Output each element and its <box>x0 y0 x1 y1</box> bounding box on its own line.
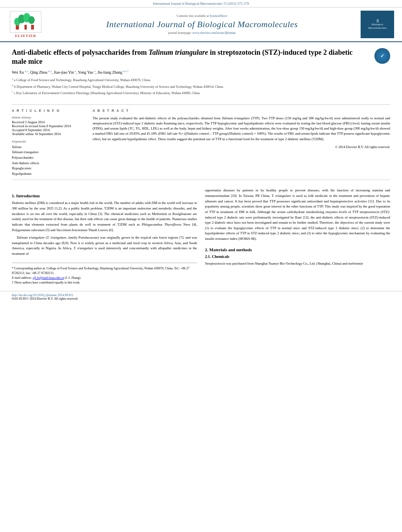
journal-homepage: journal homepage: www.elsevier.com/locat… <box>43 31 361 35</box>
section1-title: 1. Introduction <box>12 193 197 198</box>
journal-homepage-link[interactable]: www.elsevier.com/locate/ijbiomac <box>192 31 236 35</box>
article-info: A R T I C L E I N F O Article history: R… <box>12 109 85 177</box>
section1-para2: Talinum triangulare (T. triangulare, fam… <box>12 235 197 257</box>
section1-right-para1: opportunity diseases by patients or by h… <box>205 188 390 241</box>
authors: Wei Xu a,1, Qing Zhou b,1, Jiao-jiao Yin… <box>12 70 368 74</box>
section2-title: 2. Materials and methods <box>205 247 390 252</box>
svg-rect-6 <box>24 25 27 30</box>
journal-header: ELSEVIER Contents lists available at Sci… <box>0 7 402 42</box>
footnote-email: E-mail address: zjLJz@mail.hzau.edu.cn (… <box>12 276 197 280</box>
section2-para1: Streptozotocin was purchased from Shangh… <box>205 261 390 267</box>
crossmark-logo: ✓ <box>374 48 390 64</box>
article-history-label: Article history: <box>12 116 85 119</box>
keywords-section: Keywords: Talinus Talinum triangulare Po… <box>12 140 85 177</box>
elsevier-logo-image <box>10 11 41 33</box>
affiliations: a a College of Food Science and Technolo… <box>12 77 368 96</box>
content-divider <box>12 180 390 180</box>
copyright: © 2014 Elsevier B.V. All rights reserved… <box>93 145 390 149</box>
article-history: Article history: Received 5 August 2014 … <box>12 116 85 136</box>
svg-point-4 <box>28 16 35 24</box>
footnote-corresponding: * Corresponding author at: College of Fo… <box>12 266 197 276</box>
article-title-section: Anti-diabetic effects of polysaccharides… <box>12 48 390 100</box>
keyword-3: Polysaccharides <box>12 155 85 161</box>
footer-bar: http://dx.doi.org/10.1016/j.ijbiomac.201… <box>0 291 402 302</box>
elsevier-label: ELSEVIER <box>15 34 36 38</box>
journal-info-bar: International Journal of Biological Macr… <box>0 0 402 7</box>
paper-content: Anti-diabetic effects of polysaccharides… <box>0 42 402 291</box>
body-right: opportunity diseases by patients or by h… <box>205 188 390 285</box>
received-revised-date: Received in revised form 8 September 201… <box>12 124 85 128</box>
main-body: 1. Introduction Diabetes mellitus (DM) i… <box>12 188 390 285</box>
journal-volume-info: International Journal of Biological Macr… <box>153 2 249 6</box>
doi-link[interactable]: http://dx.doi.org/10.1016/j.ijbiomac.201… <box>12 293 73 297</box>
header-divider <box>12 104 390 105</box>
email-link[interactable]: zjLJz@mail.hzau.edu.cn <box>33 276 64 280</box>
journal-center: Contents lists available at ScienceDirec… <box>43 14 361 35</box>
abstract-header: A B S T R A C T <box>93 109 390 113</box>
footnote-note1: 1 These authors have contributed equally… <box>12 280 197 285</box>
keyword-4: Anti-diabetic effects <box>12 161 85 166</box>
section1-para1: Diabetes mellitus (DM) is considered as … <box>12 200 197 233</box>
abstract-section: A B S T R A C T The present study evalua… <box>93 109 390 177</box>
accepted-date: Accepted 8 September 2014 <box>12 128 85 132</box>
article-info-abstract: A R T I C L E I N F O Article history: R… <box>12 109 390 177</box>
journal-logo-text: 🔬 Biological Macromolecules <box>367 17 388 32</box>
journal-title: International Journal of Biological Macr… <box>43 19 361 30</box>
article-title: Anti-diabetic effects of polysaccharides… <box>12 48 368 67</box>
keyword-5: Hypoglycemic <box>12 166 85 171</box>
section2-sub-title: 2.1. Chemicals <box>205 254 390 259</box>
sciencedirect-link[interactable]: ScienceDirect <box>210 14 227 18</box>
abstract-text: The present study evaluated the anti-dia… <box>93 116 390 142</box>
keywords-label: Keywords: <box>12 140 85 143</box>
svg-rect-5 <box>31 25 34 30</box>
journal-logo-right: 🔬 Biological Macromolecules <box>361 11 394 38</box>
issn-info: 0141-8130/© 2014 Elsevier B.V. All right… <box>12 297 78 300</box>
body-left: 1. Introduction Diabetes mellitus (DM) i… <box>12 188 197 285</box>
keyword-1: Talinus <box>12 145 85 150</box>
elsevier-logo: ELSEVIER <box>8 11 43 38</box>
footnote-section: * Corresponding author at: College of Fo… <box>12 263 197 285</box>
received-date: Received 5 August 2014 <box>12 120 85 124</box>
available-date: Available online 16 September 2014 <box>12 132 85 136</box>
article-info-header: A R T I C L E I N F O <box>12 109 85 113</box>
keyword-2: Talinum triangulare <box>12 150 85 155</box>
contents-line: Contents lists available at ScienceDirec… <box>43 14 361 18</box>
keyword-6: Hypolipidemic <box>12 171 85 177</box>
